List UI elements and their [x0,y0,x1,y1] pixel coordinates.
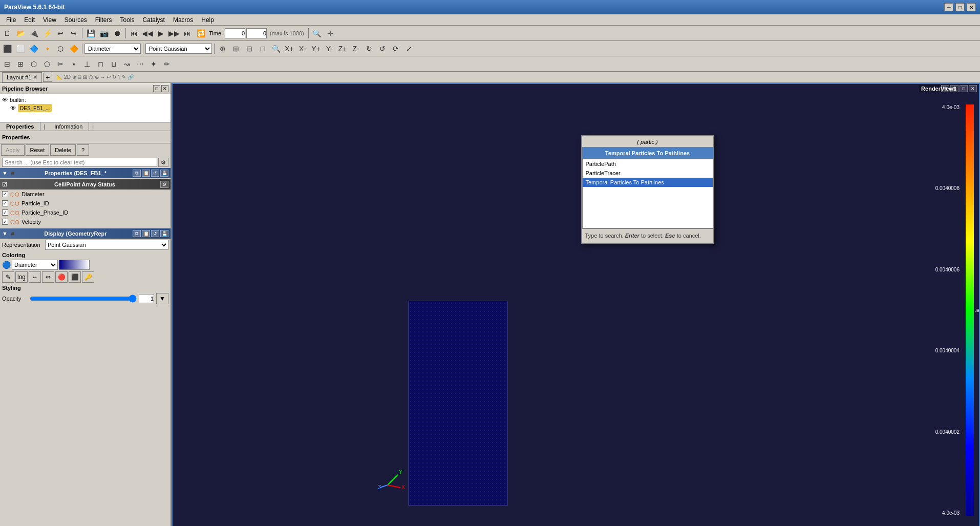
properties-section-header[interactable]: ▼ ◾ Properties (DES_FB1_* ⧉ 📋 ↺ 💾 [0,168,171,178]
delete-button[interactable]: Delete [50,144,76,156]
clip-btn[interactable]: ✂ [54,58,67,70]
reset-button[interactable]: Reset [26,144,50,156]
zoom-tool-btn[interactable]: 🔍 [311,28,323,39]
glyph-btn[interactable]: ✦ [147,58,160,70]
select-pts-btn[interactable]: ⊟ [243,43,255,54]
frame-input[interactable] [246,28,267,38]
filter3-btn[interactable]: 🔷 [28,43,40,54]
diameter-checkbox[interactable] [2,191,8,197]
slice-btn[interactable]: ▪ [68,58,80,70]
discrete-btn[interactable]: ⬛ [69,271,81,283]
topo-btn[interactable]: ⬡ [28,58,40,70]
colorby-select[interactable]: Diameter [84,44,141,54]
add-layout-btn[interactable]: + [43,73,52,82]
color-by-select[interactable]: Diameter [12,260,58,270]
properties-scrollable[interactable]: Properties Apply Reset Delete ? ⚙ ▼ ◾ Pr… [0,131,171,526]
interact-btn[interactable]: ⊕ [217,43,229,54]
filter5-btn[interactable]: ⬡ [54,43,67,54]
extract-btn[interactable]: ⊓ [94,58,106,70]
prev-frame-btn[interactable]: ◀◀ [141,28,154,39]
information-tab[interactable]: Information [48,122,89,131]
last-frame-btn[interactable]: ⏭ [181,28,194,39]
menu-view[interactable]: View [39,15,60,25]
layout-tab[interactable]: Layout #1 ✕ [2,72,42,82]
undo-btn[interactable]: ↩ [54,28,67,39]
extract2-btn[interactable]: ⊔ [108,58,120,70]
close-pipeline-btn[interactable]: ✕ [161,85,168,92]
close-button[interactable]: ✕ [967,3,976,11]
menu-edit[interactable]: Edit [20,15,39,25]
filter6-btn[interactable]: 🔶 [68,43,80,54]
color-legend-btn[interactable]: 🔴 [55,271,68,283]
popup-item-0[interactable]: ParticlePath [583,159,713,169]
help-button[interactable]: ? [77,144,89,156]
x-plus-btn[interactable]: X+ [283,43,295,54]
copy-props-btn[interactable]: ⧉ [133,170,141,177]
maximize-button[interactable]: □ [955,3,965,11]
menu-tools[interactable]: Tools [116,15,139,25]
velocity-checkbox[interactable] [2,219,8,225]
refresh-props-btn[interactable]: ↺ [151,170,159,177]
save-props-btn[interactable]: 💾 [160,170,168,177]
stream-btn[interactable]: ↝ [121,58,133,70]
rescale-all-btn[interactable]: ⇔ [42,271,54,283]
copy-display-btn[interactable]: ⧉ [133,230,141,237]
rot90-btn[interactable]: ⟳ [390,43,402,54]
select-cells-btn[interactable]: □ [257,43,269,54]
warp-btn[interactable]: ⋯ [134,58,146,70]
filter4-btn[interactable]: 🔸 [41,43,53,54]
open-btn[interactable]: 📂 [14,28,27,39]
popup-item-2[interactable]: Temporal Particles To Pathlines [583,178,713,187]
menu-sources[interactable]: Sources [60,15,91,25]
snapshot-btn[interactable]: 📷 [98,28,110,39]
flip-btn[interactable]: ⤢ [403,43,415,54]
filter-btn[interactable]: ⬛ [1,43,13,54]
disconnect-btn[interactable]: ⚡ [41,28,53,39]
menu-macros[interactable]: Macros [169,15,197,25]
rotate-y-btn[interactable]: ↺ [376,43,389,54]
minimize-button[interactable]: ─ [944,3,953,11]
particle-id-checkbox[interactable] [2,200,8,206]
contour-btn[interactable]: ⬠ [41,58,53,70]
representation-select[interactable]: Point Gaussian [145,44,212,54]
z-plus-btn[interactable]: Z+ [336,43,349,54]
y-minus-btn[interactable]: Y- [323,43,335,54]
menu-filters[interactable]: Filters [91,15,116,25]
threshold-btn[interactable]: ⊥ [81,58,93,70]
float-pipeline-btn[interactable]: □ [153,85,160,92]
layout-tab-close[interactable]: ✕ [33,74,37,80]
particle-phase-checkbox[interactable] [2,209,8,216]
record-btn[interactable]: ⏺ [111,28,123,39]
x-minus-btn[interactable]: X- [296,43,309,54]
time-value-input[interactable] [225,28,245,38]
save-state-btn[interactable]: 💾 [84,28,97,39]
loop-btn[interactable]: 🔁 [195,28,207,39]
menu-help[interactable]: Help [197,15,218,25]
opacity-value[interactable] [139,294,154,303]
color-settings-btn[interactable]: 🔑 [82,271,94,283]
play-btn[interactable]: ▶ [155,28,167,39]
pan-tool-btn[interactable]: ✛ [324,28,336,39]
rescale-btn[interactable]: ↔ [29,271,41,283]
next-frame-btn[interactable]: ▶▶ [168,28,180,39]
popup-item-1[interactable]: ParticleTracer [583,169,713,178]
source-bar[interactable]: DES_FB1_... [18,104,52,112]
search-settings-btn[interactable]: ⚙ [158,158,168,167]
y-plus-btn[interactable]: Y+ [310,43,322,54]
edit-colormap-btn[interactable]: ✎ [2,271,14,283]
display-section-header[interactable]: ▼ ◾ Display (GeometryRepr ⧉ 📋 ↺ 💾 [0,228,171,239]
split-v-btn[interactable]: ⊞ [14,58,27,70]
filter2-btn[interactable]: ⬜ [14,43,27,54]
new-file-btn[interactable]: 🗋 [1,28,13,39]
opacity-slider[interactable] [30,294,137,303]
first-frame-btn[interactable]: ⏮ [128,28,140,39]
split-h-btn[interactable]: ⊟ [1,58,13,70]
opacity-presets-btn[interactable]: ▼ [156,293,168,304]
render-area[interactable]: RenderView1 ⊟ ⊞ □ ✕ Y X Z [172,83,980,526]
apply-button[interactable]: Apply [1,144,25,156]
properties-tab[interactable]: Properties [0,122,40,131]
paste-props-btn[interactable]: 📋 [142,170,150,177]
select-surface-btn[interactable]: ⊞ [230,43,242,54]
array-status-header[interactable]: ☑ Cell/Point Array Status ⚙ [0,179,171,190]
rotate-x-btn[interactable]: ↻ [363,43,375,54]
